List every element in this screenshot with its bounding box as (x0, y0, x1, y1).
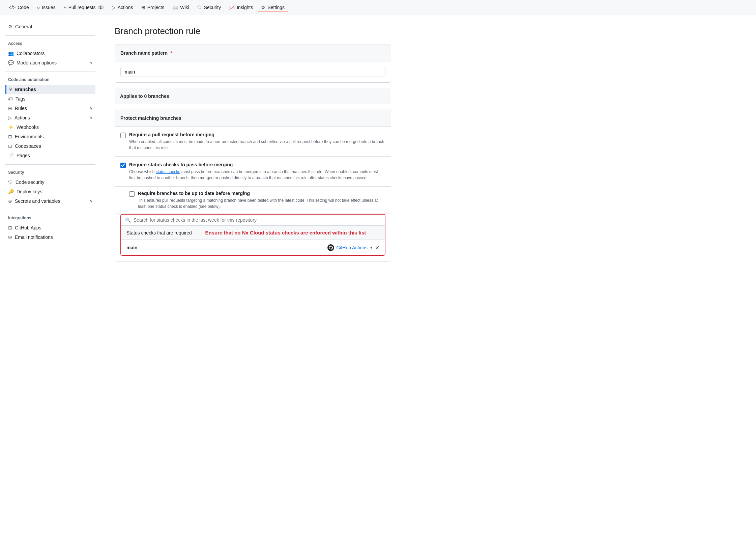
nav-actions[interactable]: ▷ Actions (109, 3, 137, 12)
tags-icon: 🏷 (8, 96, 13, 102)
status-checks-content: Require status checks to pass before mer… (129, 162, 385, 181)
top-nav: </> Code ○ Issues ⑂ Pull requests 1 ▷ Ac… (0, 0, 756, 15)
page-title: Branch protection rule (115, 26, 391, 36)
protect-box: Protect matching branches Require a pull… (115, 110, 391, 261)
required-star: * (170, 50, 172, 56)
pull-request-title: Require a pull request before merging (129, 132, 385, 137)
protect-header: Protect matching branches (115, 110, 391, 127)
rule-pull-request: Require a pull request before merging Wh… (115, 127, 391, 157)
actions-sidebar-icon: ▷ (8, 115, 12, 120)
actions-icon: ▷ (112, 5, 116, 10)
github-actions-badge[interactable]: GitHub Actions (327, 244, 368, 251)
status-checks-title: Require status checks to pass before mer… (129, 162, 385, 167)
status-check-actions: GitHub Actions ▾ ✕ (327, 244, 379, 251)
status-checks-warning: Ensure that no Nx Cloud status checks ar… (192, 229, 379, 236)
moderation-icon: 💬 (8, 60, 14, 65)
sidebar-item-code-security[interactable]: 🛡 Code security (5, 177, 95, 187)
actions-row: Actions ∨ (14, 115, 93, 120)
branch-name-input[interactable] (120, 67, 385, 77)
status-checks-header-label: Status checks that are required (126, 230, 192, 236)
sidebar-item-branches[interactable]: ⑂ Branches (5, 85, 95, 94)
status-check-name: main (126, 245, 138, 250)
secrets-row: Secrets and variables ∨ (15, 198, 93, 204)
sidebar-item-moderation[interactable]: 💬 Moderation options ∨ (5, 58, 95, 67)
sidebar-item-email-notifications[interactable]: ✉ Email notifications (5, 232, 95, 242)
chevron-down-icon: ∨ (90, 60, 93, 65)
nav-wiki[interactable]: 📖 Wiki (169, 3, 192, 12)
sidebar-divider-4 (5, 210, 95, 210)
sidebar-item-actions[interactable]: ▷ Actions ∨ (5, 113, 95, 122)
environments-icon: ⊡ (8, 134, 12, 139)
pages-icon: 📄 (8, 153, 14, 158)
dropdown-arrow-icon[interactable]: ▾ (370, 245, 372, 250)
pull-requests-badge: 1 (98, 5, 104, 9)
security-section-title: Security (5, 170, 95, 175)
insights-icon: 📈 (229, 5, 235, 10)
pull-request-content: Require a pull request before merging Wh… (129, 132, 385, 151)
webhooks-icon: ⚡ (8, 124, 14, 130)
sidebar-item-general[interactable]: ⚙ General (5, 22, 95, 31)
branches-icon: ⑂ (9, 87, 12, 92)
code-automation-section-title: Code and automation (5, 77, 95, 82)
sidebar-item-github-apps[interactable]: ⊞ GitHub Apps (5, 223, 95, 232)
nav-insights[interactable]: 📈 Insights (226, 3, 256, 12)
rules-icon: ⊞ (8, 106, 12, 111)
applies-to-section: Applies to 0 branches (115, 88, 391, 104)
sidebar-item-deploy-keys[interactable]: 🔑 Deploy keys (5, 187, 95, 196)
nav-code[interactable]: </> Code (5, 3, 32, 12)
pull-request-icon: ⑂ (64, 5, 66, 10)
up-to-date-title: Require branches to be up to date before… (138, 191, 385, 196)
sidebar-item-secrets[interactable]: ⊕ Secrets and variables ∨ (5, 196, 95, 206)
sidebar-divider-3 (5, 164, 95, 165)
github-apps-icon: ⊞ (8, 225, 12, 230)
security-nav-icon: 🛡 (197, 5, 202, 10)
rules-row: Rules ∨ (15, 106, 93, 111)
status-search-input[interactable] (134, 217, 381, 223)
pull-request-checkbox[interactable] (120, 133, 126, 138)
sidebar-item-codespaces[interactable]: ⊡ Codespaces (5, 141, 95, 151)
deploy-keys-icon: 🔑 (8, 189, 14, 194)
nav-pull-requests[interactable]: ⑂ Pull requests 1 (60, 3, 107, 12)
nav-projects[interactable]: ⊞ Projects (138, 3, 168, 12)
integrations-section-title: Integrations (5, 216, 95, 220)
status-search-box: 🔍 Status checks that are required Ensure… (120, 214, 385, 256)
projects-icon: ⊞ (141, 5, 145, 10)
sidebar-divider-2 (5, 72, 95, 72)
issues-icon: ○ (37, 5, 40, 10)
pull-request-desc: When enabled, all commits must be made t… (129, 139, 385, 151)
nav-security[interactable]: 🛡 Security (194, 3, 225, 12)
nav-settings[interactable]: ⚙ Settings (258, 3, 288, 12)
sidebar-item-pages[interactable]: 📄 Pages (5, 151, 95, 160)
sidebar-item-collaborators[interactable]: 👥 Collaborators (5, 49, 95, 58)
status-checks-checkbox[interactable] (120, 163, 126, 168)
status-checks-link[interactable]: status checks (156, 169, 180, 174)
codespaces-icon: ⊡ (8, 143, 12, 149)
rule-up-to-date: Require branches to be up to date before… (115, 187, 391, 214)
status-search-input-row: 🔍 (121, 215, 385, 226)
wiki-icon: 📖 (172, 5, 178, 10)
github-actions-icon (327, 244, 334, 251)
sidebar-item-webhooks[interactable]: ⚡ Webhooks (5, 122, 95, 132)
collaborators-icon: 👥 (8, 51, 14, 56)
sidebar-item-environments[interactable]: ⊡ Environments (5, 132, 95, 141)
rule-status-checks: Require status checks to pass before mer… (115, 157, 391, 187)
up-to-date-desc: This ensures pull requests targeting a m… (138, 197, 385, 210)
email-notifications-icon: ✉ (8, 234, 12, 240)
code-icon: </> (9, 5, 16, 10)
remove-status-check-button[interactable]: ✕ (375, 245, 379, 251)
sidebar-item-tags[interactable]: 🏷 Tags (5, 94, 95, 104)
secrets-icon: ⊕ (8, 198, 12, 204)
up-to-date-checkbox[interactable] (129, 191, 135, 197)
nav-issues[interactable]: ○ Issues (34, 3, 59, 12)
sidebar-item-rules[interactable]: ⊞ Rules ∨ (5, 104, 95, 113)
status-check-row: main GitHub Actions ▾ ✕ (121, 240, 385, 255)
sidebar: ⚙ General Access 👥 Collaborators 💬 Moder… (0, 15, 101, 552)
status-checks-header-row: Status checks that are required Ensure t… (121, 226, 385, 240)
branch-input-body (115, 61, 391, 82)
settings-icon: ⚙ (261, 5, 265, 10)
actions-chevron-icon: ∨ (90, 115, 93, 120)
search-icon: 🔍 (125, 217, 131, 223)
rules-chevron-icon: ∨ (90, 106, 93, 111)
sidebar-divider-1 (5, 35, 95, 36)
branch-name-header: Branch name pattern * (115, 45, 391, 61)
